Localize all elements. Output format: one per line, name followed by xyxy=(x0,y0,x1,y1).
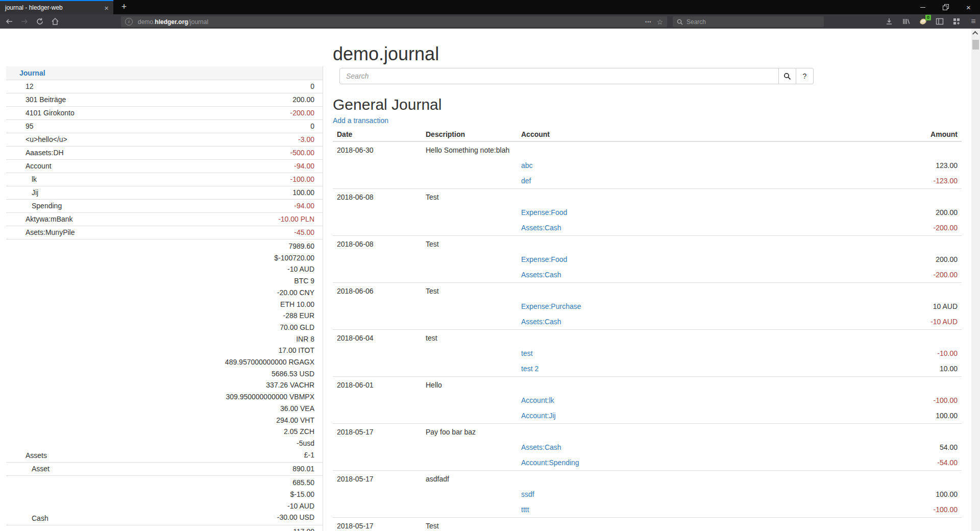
posting-account-link[interactable]: def xyxy=(521,177,531,185)
reload-button[interactable] xyxy=(34,15,46,28)
empty-cell xyxy=(849,424,962,440)
posting-account-link[interactable]: Expense:Food xyxy=(521,255,567,263)
page-scrollbar[interactable] xyxy=(971,29,980,531)
journal-search-input[interactable] xyxy=(339,68,779,84)
posting-account-link[interactable]: Account:lk xyxy=(521,396,554,404)
posting-account-link[interactable]: Account:Jij xyxy=(521,412,556,420)
posting-row: Assets:Cash54.00 xyxy=(333,440,962,455)
sidebar-account-link[interactable]: Asets:MunyPile xyxy=(6,227,75,237)
posting-account-link[interactable]: Assets:Cash xyxy=(521,224,561,232)
empty-cell xyxy=(333,158,422,173)
posting-amount: -100.00 xyxy=(849,502,962,518)
bookmark-star-icon[interactable]: ☆ xyxy=(656,18,663,26)
transaction-date: 2018-05-17 xyxy=(333,518,422,531)
journal-search-button[interactable] xyxy=(779,68,796,84)
posting-account-link[interactable]: Expense:Purchase xyxy=(521,302,581,310)
empty-cell xyxy=(849,518,962,531)
search-icon xyxy=(677,19,683,25)
scrollbar-up-arrow[interactable] xyxy=(971,29,980,37)
sidebar-account-link[interactable]: Account xyxy=(6,161,52,171)
sidebar-account-balance: -94.00 xyxy=(294,161,314,171)
posting-account-link[interactable]: Account:Spending xyxy=(521,458,579,467)
posting-account-link[interactable]: Expense:Food xyxy=(521,208,567,216)
grid-add-button[interactable] xyxy=(952,17,961,26)
posting-account-cell: Account:Spending xyxy=(517,455,849,471)
empty-cell xyxy=(422,346,517,361)
extension-button[interactable]: 0 xyxy=(918,17,927,26)
posting-account-link[interactable]: test 2 xyxy=(521,365,538,373)
posting-account-link[interactable]: tttt xyxy=(521,505,529,514)
scrollbar-thumb[interactable] xyxy=(972,40,979,50)
empty-cell xyxy=(422,487,517,502)
transaction-date: 2018-06-30 xyxy=(333,141,422,158)
posting-account-link[interactable]: Assets:Cash xyxy=(521,318,561,326)
home-button[interactable] xyxy=(49,15,61,28)
library-button[interactable] xyxy=(901,17,911,26)
downloads-button[interactable] xyxy=(885,17,894,26)
sidebar-account-link[interactable]: Spending xyxy=(6,201,62,211)
add-transaction-link[interactable]: Add a transaction xyxy=(333,116,388,125)
window-restore-button[interactable] xyxy=(934,0,957,14)
transaction-date: 2018-06-08 xyxy=(333,236,422,252)
posting-account-link[interactable]: test xyxy=(521,349,533,357)
menu-button[interactable]: ≡ xyxy=(969,17,978,26)
sidebar-account-link[interactable]: Asset xyxy=(6,464,50,474)
browser-search-field[interactable]: Search xyxy=(673,16,824,27)
sidebar-account-row: Cash685.50$-15.00-10 AUD-30.00 USD xyxy=(6,475,323,525)
empty-cell xyxy=(849,377,962,393)
transaction-date: 2018-06-06 xyxy=(333,283,422,299)
download-icon xyxy=(885,17,893,26)
posting-account-link[interactable]: ssdf xyxy=(521,490,534,498)
sidebar-account-link[interactable]: Aaasets:DH xyxy=(6,148,64,158)
posting-account-link[interactable]: abc xyxy=(521,161,533,170)
forward-button[interactable] xyxy=(18,15,31,28)
sidebar-account-link[interactable]: 12 xyxy=(6,81,34,91)
tab-title: journal - hledger-web xyxy=(0,4,100,11)
empty-cell xyxy=(422,440,517,455)
posting-account-link[interactable]: Assets:Cash xyxy=(521,271,561,279)
sidebar-account-link[interactable]: 4101 Girokonto xyxy=(6,108,75,118)
hamburger-menu-icon: ≡ xyxy=(971,17,975,26)
sidebar-account-link[interactable]: 301 Beiträge xyxy=(6,94,66,105)
empty-cell xyxy=(422,173,517,189)
transaction-row: 2018-06-06Test xyxy=(333,283,962,299)
empty-cell xyxy=(422,502,517,518)
sidebar-account-balances: -100.00 xyxy=(290,174,323,184)
empty-cell xyxy=(517,471,849,487)
tab-close-icon[interactable]: × xyxy=(100,4,113,12)
sidebar-account-row: Asset890.01 xyxy=(6,462,323,475)
empty-cell xyxy=(333,487,422,502)
sidebar-account-link[interactable]: <u>hello</u> xyxy=(6,134,67,144)
sidebar-account-link[interactable]: lk xyxy=(6,174,37,184)
sidebar-account-link[interactable]: 95 xyxy=(6,121,34,131)
posting-account-cell: def xyxy=(517,173,849,189)
search-help-button[interactable]: ? xyxy=(796,68,814,84)
url-prefix: demo. xyxy=(138,18,155,26)
posting-amount: -10 AUD xyxy=(849,314,962,330)
posting-account-cell: Account:Jij xyxy=(517,408,849,424)
new-tab-button[interactable]: + xyxy=(117,1,131,14)
sidebar-account-row: 950 xyxy=(6,119,323,133)
back-button[interactable] xyxy=(3,15,15,28)
url-bar[interactable]: i demo.hledger.org/journal ••• ☆ xyxy=(121,16,667,27)
empty-cell xyxy=(422,299,517,314)
sidebars-button[interactable] xyxy=(935,17,944,26)
empty-cell xyxy=(422,314,517,330)
sidebar-account-balance: 17.00 ITOT xyxy=(225,345,314,356)
sidebar-account-link[interactable]: Assets xyxy=(6,450,47,461)
empty-cell xyxy=(422,205,517,220)
sidebar-account-balances: -3.00 xyxy=(298,134,323,144)
sidebar-account-balances: 0 xyxy=(310,121,323,131)
sidebar-account-link[interactable]: Aktywa:mBank xyxy=(6,214,73,224)
sidebar-journal-link[interactable]: Journal xyxy=(6,66,323,80)
site-info-icon[interactable]: i xyxy=(125,18,133,26)
sidebar-account-link[interactable]: Jij xyxy=(6,187,38,198)
sidebar-account-link[interactable]: Cash xyxy=(6,513,48,523)
posting-account-link[interactable]: Assets:Cash xyxy=(521,443,561,451)
window-minimize-button[interactable] xyxy=(911,0,934,14)
sidebar-account-row: 120 xyxy=(6,80,323,93)
posting-row: Assets:Cash-200.00 xyxy=(333,267,962,283)
tab-journal[interactable]: journal - hledger-web × xyxy=(0,0,113,14)
page-actions-icon[interactable]: ••• xyxy=(645,19,651,25)
window-close-button[interactable]: × xyxy=(957,0,980,14)
